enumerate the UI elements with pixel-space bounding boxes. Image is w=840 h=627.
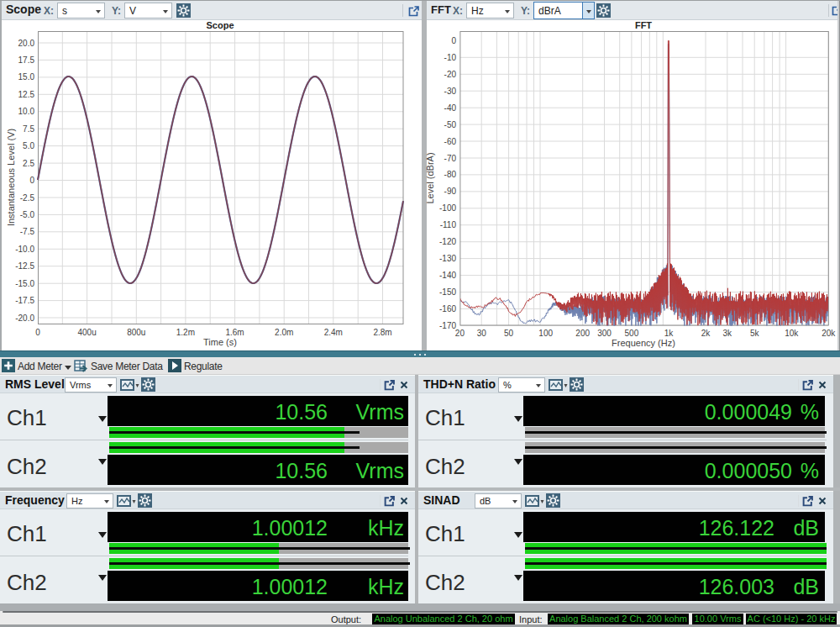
svg-text:-110: -110 <box>440 220 457 229</box>
svg-text:1k: 1k <box>664 329 675 338</box>
svg-text:-5.0: -5.0 <box>20 210 35 219</box>
svg-text:-10: -10 <box>444 53 457 62</box>
svg-text:-2.5: -2.5 <box>20 193 35 203</box>
svg-text:2.0m: 2.0m <box>275 328 293 337</box>
svg-text:10.0: 10.0 <box>18 107 35 116</box>
svg-text:-90: -90 <box>444 187 457 196</box>
svg-text:2k: 2k <box>701 329 711 338</box>
svg-text:0: 0 <box>29 176 34 185</box>
svg-text:7.5: 7.5 <box>23 124 34 134</box>
svg-text:-60: -60 <box>444 137 457 146</box>
svg-text:800u: 800u <box>127 328 145 337</box>
svg-text:-10.0: -10.0 <box>15 245 34 254</box>
svg-text:100: 100 <box>538 329 553 338</box>
svg-text:0: 0 <box>35 328 40 337</box>
svg-text:20: 20 <box>455 329 465 338</box>
svg-text:2.4m: 2.4m <box>324 328 343 337</box>
svg-text:15.0: 15.0 <box>18 72 35 82</box>
svg-text:1.2m: 1.2m <box>176 328 195 337</box>
svg-text:Instantaneous Level (V): Instantaneous Level (V) <box>6 129 16 226</box>
svg-text:Time (s): Time (s) <box>203 337 237 347</box>
svg-text:2.5: 2.5 <box>23 159 34 168</box>
svg-text:400u: 400u <box>77 328 96 337</box>
svg-text:-100: -100 <box>439 203 456 213</box>
svg-text:-20: -20 <box>444 70 457 79</box>
svg-text:3k: 3k <box>723 329 733 338</box>
svg-text:-40: -40 <box>444 103 457 113</box>
svg-text:500: 500 <box>625 329 639 338</box>
svg-text:17.5: 17.5 <box>18 55 35 65</box>
svg-text:-150: -150 <box>439 287 456 297</box>
svg-text:-140: -140 <box>439 271 456 280</box>
svg-text:30: 30 <box>477 329 487 338</box>
svg-text:-160: -160 <box>439 304 456 314</box>
svg-text:-120: -120 <box>439 237 456 246</box>
svg-text:-20.0: -20.0 <box>15 314 34 323</box>
svg-text:20.0: 20.0 <box>18 39 35 48</box>
svg-text:12.5: 12.5 <box>18 90 35 99</box>
svg-text:2.8m: 2.8m <box>373 328 391 337</box>
svg-text:-12.5: -12.5 <box>15 261 34 271</box>
svg-text:-7.5: -7.5 <box>20 227 35 236</box>
svg-text:Scope: Scope <box>206 20 234 30</box>
svg-text:-80: -80 <box>444 170 457 179</box>
svg-text:200: 200 <box>575 329 590 338</box>
svg-text:-130: -130 <box>439 254 456 263</box>
svg-text:Frequency (Hz): Frequency (Hz) <box>612 338 675 348</box>
svg-text:Level (dBrA): Level (dBrA) <box>425 152 435 203</box>
svg-text:50: 50 <box>504 329 514 338</box>
svg-text:300: 300 <box>597 329 612 338</box>
svg-text:-17.5: -17.5 <box>15 296 34 305</box>
svg-text:5k: 5k <box>750 329 760 338</box>
svg-text:-50: -50 <box>444 120 457 129</box>
svg-text:FFT: FFT <box>635 20 652 30</box>
svg-text:10k: 10k <box>785 329 799 338</box>
svg-text:5.0: 5.0 <box>23 141 34 150</box>
svg-text:1.6m: 1.6m <box>225 328 244 337</box>
svg-text:-170: -170 <box>439 321 456 330</box>
svg-text:-15.0: -15.0 <box>15 279 34 288</box>
svg-text:20k: 20k <box>822 329 836 338</box>
svg-text:-30: -30 <box>444 87 457 96</box>
svg-text:-70: -70 <box>444 154 457 163</box>
svg-text:0: 0 <box>451 36 456 45</box>
